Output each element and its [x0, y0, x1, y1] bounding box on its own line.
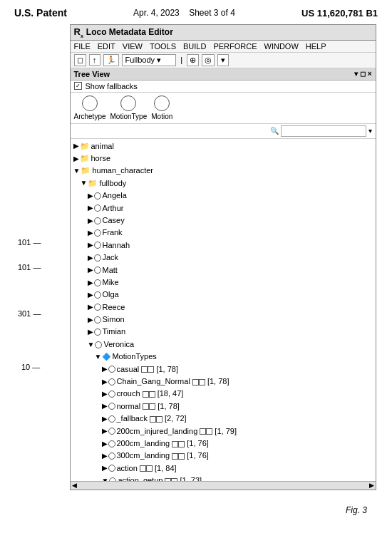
- toolbar-dropdown[interactable]: Fullbody ▾: [122, 54, 177, 66]
- tree-row-arthur[interactable]: ▶ Arthur: [71, 202, 376, 214]
- tree-row-casual[interactable]: ▶ casual [1, 78]: [71, 363, 376, 376]
- archetype-label: Archetype: [74, 113, 106, 120]
- arrow-veronica[interactable]: ▼: [88, 340, 95, 350]
- arrow-reece[interactable]: ▶: [88, 302, 93, 312]
- arrow-chain-gang[interactable]: ▶: [102, 377, 108, 387]
- tree-row-normal[interactable]: ▶ normal [1, 78]: [71, 400, 376, 413]
- tree-row-mike[interactable]: ▶ Mike: [71, 276, 376, 289]
- tree-label-300cm-landing: 300cm_landing [1, 76]: [117, 450, 209, 461]
- search-input[interactable]: [281, 125, 366, 137]
- arrow-matt[interactable]: ▶: [88, 265, 93, 275]
- tree-row-200cm-injured[interactable]: ▶ 200cm_injured_landing [1, 79]: [71, 425, 376, 438]
- app-icon: Rx: [74, 26, 83, 38]
- panel-close-btn[interactable]: ×: [368, 70, 372, 78]
- motion-btn[interactable]: Motion: [151, 95, 172, 120]
- arrow-hannah[interactable]: ▶: [88, 240, 93, 250]
- arrow-fullbody[interactable]: ▼: [81, 178, 88, 188]
- toolbar-btn5[interactable]: ▾: [217, 54, 229, 66]
- annotation-101a: 101 —: [18, 238, 41, 247]
- tree-label-arthur: Arthur: [103, 203, 124, 214]
- arrow-fallback[interactable]: ▶: [102, 414, 108, 424]
- tree-row-animal[interactable]: ▶ 📁 animal: [71, 140, 376, 152]
- panel-float-btn[interactable]: ▾: [354, 70, 358, 78]
- toolbar-btn4[interactable]: ◎: [202, 54, 215, 66]
- arrow-animal[interactable]: ▶: [73, 141, 79, 151]
- menu-help[interactable]: HELP: [306, 42, 326, 51]
- tree-row-frank[interactable]: ▶ Frank: [71, 227, 376, 239]
- arrow-mike[interactable]: ▶: [88, 278, 93, 288]
- tree-row-veronica[interactable]: ▼ Veronica: [71, 338, 376, 351]
- arrow-olga[interactable]: ▶: [88, 290, 93, 300]
- arrow-simon[interactable]: ▶: [88, 315, 93, 325]
- arrow-200cm-injured[interactable]: ▶: [102, 426, 108, 436]
- patent-center: Apr. 4, 2023 Sheet 3 of 4: [133, 8, 235, 18]
- arrow-300cm-landing[interactable]: ▶: [102, 451, 108, 461]
- tree-row-simon[interactable]: ▶ Simon: [71, 314, 376, 326]
- panel-min-btn[interactable]: ◻: [360, 70, 366, 78]
- tree-row-matt[interactable]: ▶ Matt: [71, 264, 376, 276]
- arrow-casual[interactable]: ▶: [102, 364, 108, 374]
- tree-row-hannah[interactable]: ▶ Hannah: [71, 239, 376, 252]
- search-dropdown-btn[interactable]: ▾: [368, 127, 372, 135]
- radio-veronica: [95, 341, 102, 348]
- arrow-angela[interactable]: ▶: [88, 191, 93, 201]
- tree-row-crouch[interactable]: ▶ crouch [18, 47]: [71, 388, 376, 400]
- tree-row-human-character[interactable]: ▼ 📁 human_character: [71, 165, 376, 177]
- menu-build[interactable]: BUILD: [183, 42, 206, 51]
- tree-row-reece[interactable]: ▶ Reece: [71, 301, 376, 314]
- tree-row-timian[interactable]: ▶ Timian: [71, 326, 376, 338]
- tree-label-angela: Angela: [103, 190, 127, 201]
- arrow-timian[interactable]: ▶: [88, 327, 93, 337]
- menu-edit[interactable]: EDIT: [98, 42, 115, 51]
- radio-frank: [94, 229, 101, 237]
- folder-icon-human: 📁: [81, 165, 91, 176]
- radio-200cm-injured: [108, 428, 115, 435]
- arrow-jack[interactable]: ▶: [88, 253, 93, 263]
- tree-row-fallback[interactable]: ▶ _fallback [2, 72]: [71, 413, 376, 425]
- tree-row-horse[interactable]: ▶ 📁 horse: [71, 152, 376, 165]
- arrow-normal[interactable]: ▶: [102, 401, 108, 411]
- menu-view[interactable]: VIEW: [123, 42, 143, 51]
- arrow-motiontypes[interactable]: ▼: [95, 352, 102, 362]
- archetype-btn[interactable]: Archetype: [74, 95, 106, 120]
- tree-row-200cm-landing[interactable]: ▶ 200cm_landing [1, 76]: [71, 438, 376, 450]
- arrow-crouch[interactable]: ▶: [102, 389, 108, 399]
- tree-label-animal: animal: [91, 141, 114, 152]
- scroll-left-btn[interactable]: ◀: [72, 482, 77, 489]
- menu-window[interactable]: WINDOW: [264, 42, 299, 51]
- arrow-arthur[interactable]: ▶: [88, 203, 93, 213]
- arrow-frank[interactable]: ▶: [88, 228, 93, 238]
- tree-row-fullbody[interactable]: ▼ 📁 fullbody: [71, 177, 376, 190]
- show-fallbacks-checkbox[interactable]: ✓: [74, 82, 82, 90]
- horizontal-scrollbar[interactable]: ◀ ▶: [71, 481, 376, 490]
- arrow-action[interactable]: ▶: [102, 463, 108, 473]
- arrow-action-getup[interactable]: ▼: [102, 476, 109, 481]
- figure-label: Fig. 3: [346, 505, 367, 515]
- toolbar-btn1[interactable]: ◻: [74, 54, 86, 66]
- tree-row-chain-gang[interactable]: ▶ Chain_Gang_Normal [1, 78]: [71, 376, 376, 388]
- menu-tools[interactable]: TOOLS: [150, 42, 176, 51]
- tree-row-action[interactable]: ▶ action [1, 84]: [71, 462, 376, 475]
- menu-perforce[interactable]: PERFORCE: [213, 42, 257, 51]
- tree-label-human-character: human_character: [92, 165, 153, 176]
- scroll-right-btn[interactable]: ▶: [369, 482, 374, 489]
- toolbar-btn3[interactable]: ⊕: [187, 54, 199, 66]
- folder-icon-fullbody: 📁: [88, 178, 98, 189]
- toolbar-btn2[interactable]: ↑: [89, 54, 100, 66]
- tree-row-casey[interactable]: ▶ Casey: [71, 214, 376, 227]
- toolbar-icon[interactable]: 🏃: [103, 54, 119, 66]
- motiontype-btn[interactable]: MotionType: [110, 95, 148, 120]
- tree-row-action-getup[interactable]: ▼ action_getup [1, 73]: [71, 475, 376, 480]
- tree-row-olga[interactable]: ▶ Olga: [71, 289, 376, 301]
- radio-reece: [94, 304, 101, 311]
- menu-file[interactable]: FILE: [74, 42, 91, 51]
- tree-row-motiontypes[interactable]: ▼ 🔷 MotionTypes: [71, 351, 376, 363]
- tree-row-300cm-landing[interactable]: ▶ 300cm_landing [1, 76]: [71, 450, 376, 462]
- arrow-casey[interactable]: ▶: [88, 216, 93, 226]
- tree-row-angela[interactable]: ▶ Angela: [71, 190, 376, 202]
- arrow-horse[interactable]: ▶: [73, 154, 79, 164]
- arrow-200cm-landing[interactable]: ▶: [102, 439, 108, 449]
- tree-view[interactable]: ▶ 📁 animal ▶ 📁 horse ▼ 📁 human_character: [71, 139, 376, 481]
- arrow-human-character[interactable]: ▼: [73, 166, 81, 176]
- tree-row-jack[interactable]: ▶ Jack: [71, 252, 376, 264]
